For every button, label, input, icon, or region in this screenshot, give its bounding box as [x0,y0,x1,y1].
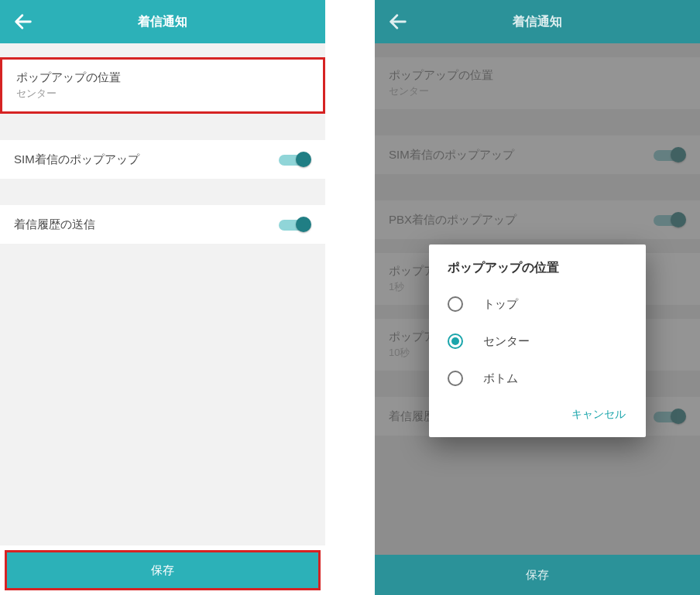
dialog-title: ポップアップの位置 [429,260,646,286]
dialog-option-label: トップ [483,297,518,312]
gap [0,43,325,57]
send-history-row[interactable]: 着信履歴の送信 [0,205,325,244]
popup-position-value: センター [16,87,121,101]
dialog-option-center[interactable]: センター [429,323,646,360]
dialog-option-top[interactable]: トップ [429,286,646,323]
radio-icon [448,296,463,312]
radio-checked-icon [448,333,463,349]
back-arrow-icon [387,11,409,32]
app-header: 着信通知 [375,0,700,43]
send-history-toggle[interactable] [279,216,311,233]
save-label: 保存 [526,568,549,583]
save-label: 保存 [151,563,174,578]
content-area: ポップアップの位置 センター SIM着信のポップアップ PBX着信のポップアップ… [375,43,700,555]
phone-left: 着信通知 ポップアップの位置 センター SIM着信のポップアップ 着信履歴の送信 [0,0,325,595]
dialog-option-label: センター [483,334,530,349]
header-title: 着信通知 [138,14,187,30]
divider-gap [325,0,375,595]
gap [0,114,325,140]
app-header: 着信通知 [0,0,325,43]
dialog-cancel-button[interactable]: キャンセル [564,402,633,428]
content-area: ポップアップの位置 センター SIM着信のポップアップ 着信履歴の送信 [0,43,325,545]
send-history-label: 着信履歴の送信 [14,217,95,232]
phone-right: 着信通知 ポップアップの位置 センター SIM着信のポップアップ PBX着信のポ… [375,0,700,595]
save-wrapper: 保存 [0,545,325,595]
dialog-option-bottom[interactable]: ボトム [429,360,646,397]
popup-position-dialog: ポップアップの位置 トップ センター ボトム キャンセル [429,244,646,437]
toggle-thumb [296,152,311,167]
save-button: 保存 [375,555,700,595]
popup-position-row[interactable]: ポップアップの位置 センター [0,57,325,114]
radio-icon [448,371,463,386]
sim-popup-label: SIM着信のポップアップ [14,152,139,167]
dialog-actions: キャンセル [429,397,646,431]
header-title: 着信通知 [513,14,562,30]
dialog-option-label: ボトム [483,371,518,386]
popup-position-label: ポップアップの位置 [16,70,121,85]
save-button[interactable]: 保存 [5,550,321,590]
sim-popup-toggle[interactable] [279,151,311,168]
gap [0,179,325,205]
sim-popup-row[interactable]: SIM着信のポップアップ [0,140,325,179]
back-arrow-icon[interactable] [12,11,34,32]
toggle-thumb [296,217,311,232]
